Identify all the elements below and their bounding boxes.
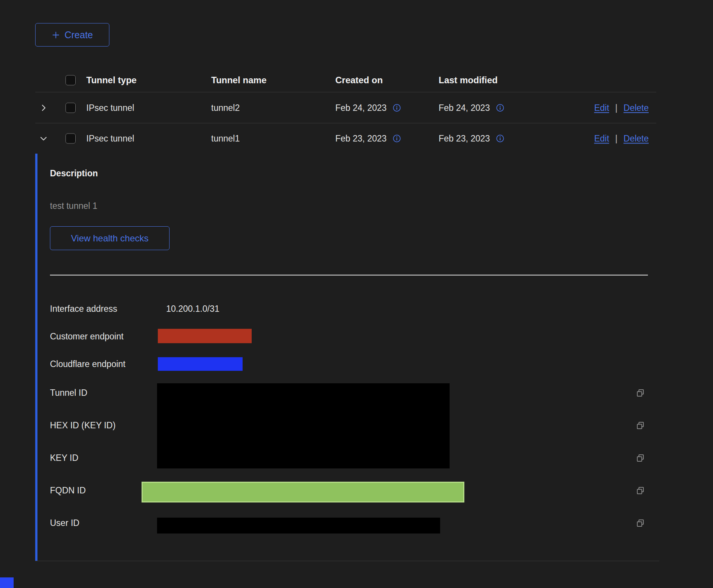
cloudflare-endpoint-label: Cloudflare endpoint <box>50 359 125 369</box>
tunnel-name-cell: tunnel2 <box>211 103 240 113</box>
copy-icon <box>635 388 645 398</box>
row-checkbox[interactable] <box>65 134 76 144</box>
chevron-down-icon <box>39 134 48 143</box>
chevron-right-icon <box>39 103 48 112</box>
table-row-tunnel1: IPsec tunnel tunnel1 Feb 23, 2023 Feb 23… <box>35 123 656 154</box>
fqdn-id-redacted-value <box>142 482 464 502</box>
created-on-cell: Feb 23, 2023 <box>335 134 387 144</box>
view-health-checks-button[interactable]: View health checks <box>50 226 170 250</box>
corner-accent-block <box>0 577 14 588</box>
tunnel-type-cell: IPsec tunnel <box>86 103 134 113</box>
plus-icon <box>51 31 60 39</box>
delete-link[interactable]: Delete <box>624 134 649 144</box>
info-icon[interactable] <box>392 134 401 143</box>
tunnel-details-panel: Description test tunnel 1 View health ch… <box>35 154 656 561</box>
info-icon[interactable] <box>392 103 401 112</box>
table-bottom-divider <box>35 561 659 561</box>
copy-hex-id-button[interactable] <box>635 421 645 431</box>
user-id-label: User ID <box>50 518 79 528</box>
copy-icon <box>635 453 645 463</box>
table-header: Tunnel type Tunnel name Created on Last … <box>35 68 656 92</box>
expand-row-button[interactable] <box>39 103 48 112</box>
header-tunnel-name: Tunnel name <box>211 75 266 86</box>
customer-endpoint-redacted-value <box>158 329 252 343</box>
collapse-row-button[interactable] <box>39 134 48 143</box>
select-all-checkbox[interactable] <box>65 75 76 85</box>
tunnel-type-cell: IPsec tunnel <box>86 134 134 144</box>
edit-link[interactable]: Edit <box>594 103 609 113</box>
hex-id-label: HEX ID (KEY ID) <box>50 420 115 431</box>
edit-link[interactable]: Edit <box>594 134 609 144</box>
tunnels-page: Create Tunnel type Tunnel name Created o… <box>0 0 713 588</box>
tunnel-name-cell: tunnel1 <box>211 134 240 144</box>
header-last-modified: Last modified <box>439 75 498 86</box>
create-button-label: Create <box>64 30 93 40</box>
user-id-redacted-value <box>157 518 440 534</box>
last-modified-cell: Feb 23, 2023 <box>439 134 490 144</box>
key-id-label: KEY ID <box>50 453 78 463</box>
copy-key-id-button[interactable] <box>635 453 645 463</box>
copy-tunnel-id-button[interactable] <box>635 388 645 398</box>
copy-user-id-button[interactable] <box>635 518 645 528</box>
info-icon[interactable] <box>496 103 504 112</box>
tunnel-id-label: Tunnel ID <box>50 388 87 398</box>
interface-address-label: Interface address <box>50 304 117 314</box>
table-row-tunnel2: IPsec tunnel tunnel2 Feb 24, 2023 Feb 24… <box>35 92 656 123</box>
fqdn-id-label: FQDN ID <box>50 485 86 496</box>
ids-redacted-block <box>157 383 450 468</box>
create-button[interactable]: Create <box>35 23 109 47</box>
last-modified-cell: Feb 24, 2023 <box>439 103 490 113</box>
copy-fqdn-id-button[interactable] <box>635 486 645 496</box>
header-created-on: Created on <box>335 75 383 86</box>
divider <box>50 275 648 275</box>
cloudflare-endpoint-redacted-value <box>158 357 243 371</box>
header-tunnel-type: Tunnel type <box>86 75 137 86</box>
customer-endpoint-label: Customer endpoint <box>50 331 123 342</box>
copy-icon <box>635 518 645 528</box>
info-icon[interactable] <box>496 134 504 143</box>
description-heading: Description <box>50 168 98 179</box>
action-separator: | <box>615 103 618 113</box>
delete-link[interactable]: Delete <box>624 103 649 113</box>
copy-icon <box>635 486 645 496</box>
interface-address-value: 10.200.1.0/31 <box>166 304 220 314</box>
action-separator: | <box>615 134 618 144</box>
row-checkbox[interactable] <box>65 103 76 113</box>
copy-icon <box>635 421 645 431</box>
description-text: test tunnel 1 <box>50 201 97 211</box>
tunnels-table: Tunnel type Tunnel name Created on Last … <box>35 68 656 154</box>
created-on-cell: Feb 24, 2023 <box>335 103 387 113</box>
